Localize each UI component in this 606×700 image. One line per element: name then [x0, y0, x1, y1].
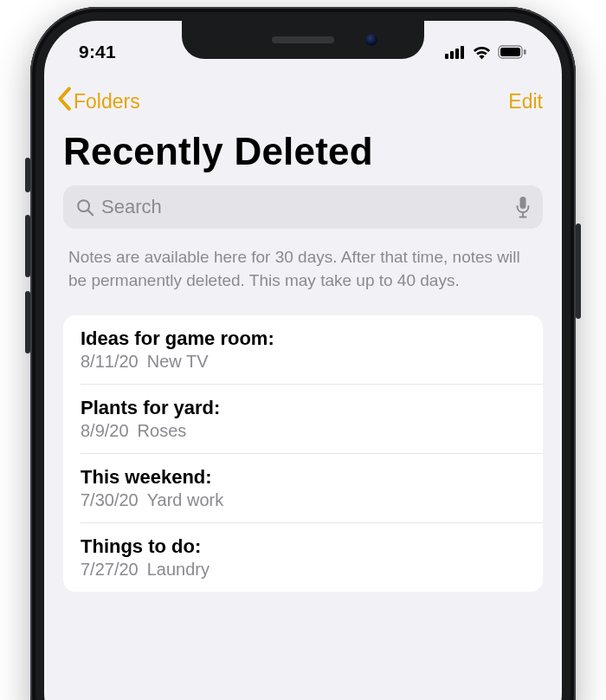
list-item[interactable]: This weekend: 7/30/20Yard work [81, 454, 543, 523]
note-title: Ideas for game room: [81, 327, 527, 350]
back-label: Folders [74, 90, 140, 113]
back-button[interactable]: Folders [56, 87, 140, 116]
note-subtitle: 8/9/20Roses [81, 421, 527, 441]
phone-screen: 9:41 [44, 21, 562, 700]
search-placeholder: Search [101, 196, 508, 218]
volume-up-button [25, 215, 30, 277]
side-button [576, 224, 581, 319]
battery-icon [498, 45, 527, 59]
info-text: Notes are available here for 30 days. Af… [44, 241, 562, 315]
wifi-icon [472, 45, 492, 60]
speaker-grille [272, 36, 334, 43]
svg-rect-6 [524, 49, 526, 55]
edit-button[interactable]: Edit [508, 90, 543, 113]
microphone-icon[interactable] [515, 196, 531, 218]
chevron-left-icon [56, 87, 72, 116]
status-time: 9:41 [79, 42, 116, 62]
search-container: Search [44, 185, 562, 241]
phone-device-frame: 9:41 [30, 7, 576, 700]
svg-line-8 [88, 211, 93, 216]
note-subtitle: 7/27/20Laundry [81, 560, 527, 580]
svg-rect-2 [455, 49, 459, 59]
nav-bar: Folders Edit [44, 73, 562, 121]
note-subtitle: 7/30/20Yard work [81, 490, 527, 510]
page-title: Recently Deleted [44, 121, 562, 185]
cellular-signal-icon [445, 45, 466, 59]
list-item[interactable]: Things to do: 7/27/20Laundry [81, 523, 543, 592]
volume-down-button [25, 291, 30, 353]
note-subtitle: 8/11/20New TV [81, 352, 527, 372]
svg-rect-9 [520, 197, 526, 209]
notch [182, 21, 424, 59]
list-item[interactable]: Plants for yard: 8/9/20Roses [81, 385, 543, 454]
note-title: Plants for yard: [81, 397, 527, 419]
front-camera [365, 34, 377, 46]
note-title: This weekend: [81, 466, 527, 489]
svg-rect-0 [445, 54, 448, 59]
app-content: Folders Edit Recently Deleted Search [44, 73, 562, 700]
search-input[interactable]: Search [63, 185, 543, 229]
svg-rect-3 [461, 46, 464, 59]
svg-rect-5 [500, 48, 520, 56]
mute-switch [25, 158, 30, 192]
note-title: Things to do: [81, 535, 527, 558]
notes-list: Ideas for game room: 8/11/20New TV Plant… [63, 315, 543, 592]
list-item[interactable]: Ideas for game room: 8/11/20New TV [81, 315, 543, 385]
search-icon [75, 198, 94, 217]
svg-rect-1 [450, 51, 454, 59]
status-indicators [445, 45, 527, 60]
